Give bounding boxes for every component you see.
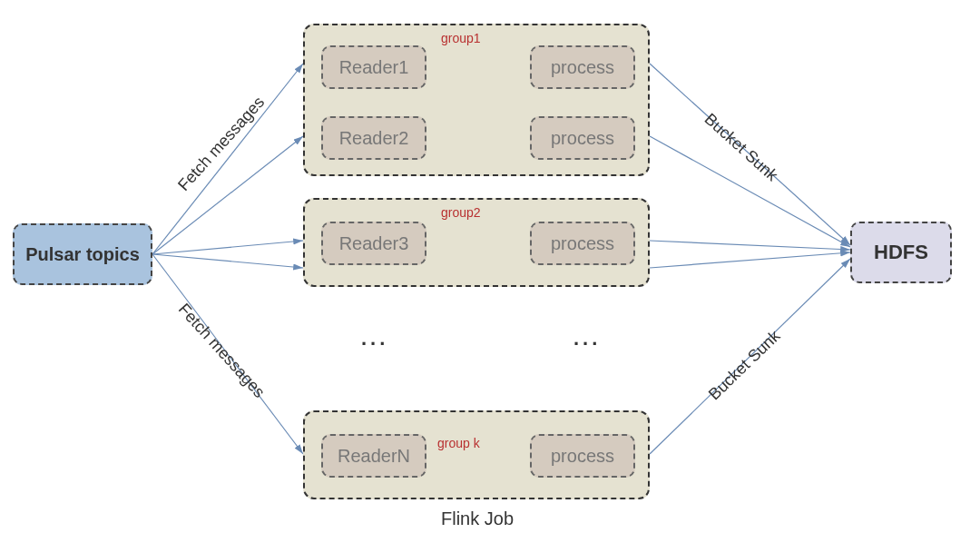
group1-label: group1: [441, 31, 481, 45]
process1a-node: process: [530, 45, 635, 89]
reader1-node: Reader1: [321, 45, 426, 89]
process1b-label: process: [551, 128, 614, 149]
reader2-label: Reader2: [339, 128, 409, 149]
ellipsis-left: ...: [361, 327, 388, 350]
groupk-container: group k ReaderN process: [303, 410, 650, 499]
group2-container: group2 Reader3 process: [303, 198, 650, 287]
svg-line-12: [650, 252, 850, 268]
svg-line-2: [152, 241, 303, 254]
svg-line-1: [152, 136, 303, 254]
pulsar-label: Pulsar topics: [25, 244, 140, 265]
svg-line-0: [152, 64, 303, 254]
sunk-label-bottom: Bucket Sunk: [705, 327, 784, 404]
reader2-node: Reader2: [321, 116, 426, 160]
reader1-label: Reader1: [339, 57, 409, 78]
groupk-label: group k: [437, 436, 480, 450]
svg-line-3: [152, 254, 303, 268]
readern-node: ReaderN: [321, 434, 426, 478]
process2-node: process: [530, 222, 635, 265]
hdfs-node: HDFS: [850, 222, 952, 283]
pulsar-topics-node: Pulsar topics: [13, 223, 152, 285]
flink-job-caption: Flink Job: [441, 508, 514, 529]
processk-label: process: [551, 446, 614, 467]
process2-label: process: [551, 233, 614, 254]
processk-node: process: [530, 434, 635, 478]
group2-label: group2: [441, 205, 481, 220]
fetch-label-top: Fetch messages: [174, 93, 269, 194]
reader3-node: Reader3: [321, 222, 426, 265]
process1a-label: process: [551, 57, 614, 78]
svg-line-11: [650, 241, 850, 250]
group1-container: group1 Reader1 process Reader2 process: [303, 24, 650, 176]
reader3-label: Reader3: [339, 233, 409, 254]
fetch-label-bottom: Fetch messages: [174, 300, 269, 401]
sunk-label-top: Bucket Sunk: [701, 110, 781, 185]
readern-label: ReaderN: [338, 446, 410, 467]
ellipsis-right: ...: [573, 327, 601, 350]
process1b-node: process: [530, 116, 635, 160]
hdfs-label: HDFS: [874, 241, 928, 264]
